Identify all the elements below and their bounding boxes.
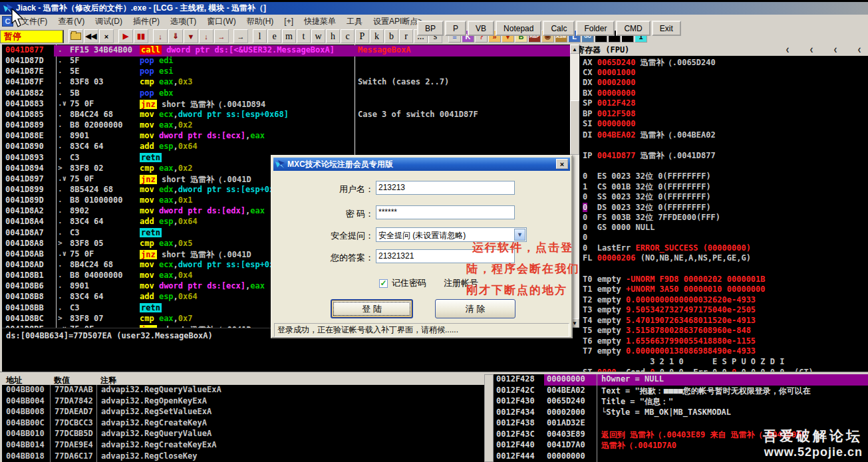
menu-item[interactable]: 工具 — [341, 15, 368, 29]
register-line[interactable]: T3 empty 9.5053427327497175040e-2505 — [583, 305, 756, 316]
login-button[interactable]: 登 陆 — [331, 299, 413, 318]
tool-icon[interactable]: ▮▮ — [134, 29, 148, 43]
pane-button-h[interactable]: h — [326, 29, 340, 43]
register-line[interactable]: DX 00002000 — [583, 78, 635, 88]
pane-button-b[interactable]: b — [384, 29, 398, 43]
tool-icon[interactable]: × — [99, 29, 114, 43]
pane-button-e[interactable]: e — [267, 29, 281, 43]
dump-scrollbar[interactable] — [484, 374, 494, 462]
stack-row[interactable]: 0012F42C004BEA02Text = "抱歉：■■■■您的帐号暂时无权限… — [494, 386, 868, 397]
dump-row[interactable]: 004BB00477DA7842advapi32.RegOpenKeyExA — [2, 396, 484, 407]
close-icon[interactable]: × — [556, 159, 568, 169]
register-line[interactable]: T0 empty -UNORM F9D8 00000202 0000001B — [583, 275, 766, 285]
register-line[interactable]: 0 ES 0023 32位 0(FFFFFFFF) — [583, 171, 711, 181]
disasm-row[interactable]: 0041D883.∨75 0Fjnz short 迅雷补（.0041D894 — [2, 99, 570, 110]
menu-item[interactable]: 插件(P) — [128, 15, 165, 29]
register-line[interactable]: T5 empty 3.5158780028637608960e-848 — [583, 326, 751, 336]
quick-button-exit[interactable]: Exit — [652, 21, 681, 36]
dialog-title-bar[interactable]: MXC技术论坛注册会员专用版 × — [273, 158, 570, 171]
open-file-icon[interactable] — [69, 29, 83, 43]
pane-button-k[interactable]: k — [370, 29, 384, 43]
register-line[interactable]: FL 00000206 (NO,NB,NE,A,NS,PE,GE,G) — [583, 253, 751, 264]
memory-dump-pane[interactable]: 地址 数值 注释 004BB00077DA7AABadvapi32.RegQue… — [2, 374, 484, 462]
menu-item[interactable]: [+] — [279, 15, 299, 27]
register-line[interactable]: T1 empty +UNORM 3A50 00000010 00000000 — [583, 285, 766, 295]
menu-item[interactable]: 快捷菜单 — [299, 15, 341, 29]
register-line[interactable]: T6 empty 1.6556637990055418880e-1155 — [583, 336, 756, 347]
menu-item[interactable]: 查看(V) — [53, 15, 90, 29]
tool-icon[interactable]: → — [214, 29, 229, 43]
disasm-row[interactable]: 0041D885.8B4C24 68mov ecx,dword ptr ss:[… — [2, 110, 570, 121]
dump-row[interactable]: 004BB00877DAEAD7advapi32.RegSetValueExA — [2, 407, 484, 418]
pane-button-t[interactable]: t — [297, 29, 311, 43]
menu-item[interactable]: 窗口(W) — [202, 15, 241, 29]
scroll-thumb[interactable] — [570, 100, 579, 155]
dump-row[interactable]: 004BB01077DCBB5Dadvapi32.RegQueryValueA — [2, 429, 484, 440]
menu-item[interactable]: 调试(D) — [90, 15, 128, 29]
pane-button-w[interactable]: w — [311, 29, 325, 43]
pane-button-c[interactable]: c — [341, 29, 355, 43]
tool-icon[interactable]: ▶ — [118, 29, 133, 43]
tool-icon[interactable]: ▼ — [184, 29, 198, 43]
register-line[interactable]: 0 LastErr ERROR_SUCCESS (00000000) — [583, 243, 751, 254]
register-line[interactable]: T2 empty 0.0000000000000032620e-4933 — [583, 295, 756, 306]
quick-button-notepad[interactable]: Notepad — [496, 21, 541, 36]
register-line[interactable]: SP 0012F428 — [583, 98, 635, 109]
tool-icon[interactable]: ↓ — [153, 29, 168, 43]
pane-button-P[interactable]: P — [355, 29, 369, 43]
disasm-row[interactable]: 0041D87D.5Fpop edi — [2, 56, 570, 67]
stack-row[interactable]: 0012F42800000000hOwner = NULL — [494, 374, 868, 386]
quick-button-vb[interactable]: VB — [468, 21, 494, 36]
quick-button-bp[interactable]: BP — [417, 21, 444, 36]
quick-button-folder[interactable]: Folder — [576, 21, 615, 36]
register-line[interactable]: T4 empty 5.4701907263468011520e-4913 — [583, 316, 756, 326]
register-line[interactable]: 0 FS 003B 32位 7FFDE000(FFF) — [583, 212, 720, 223]
tool-icon[interactable]: ⇓ — [168, 29, 183, 43]
disasm-row[interactable]: 0041D889.B8 02000000mov eax,0x2 — [2, 120, 570, 132]
register-line[interactable]: CX 00001000 — [583, 68, 635, 78]
dump-row[interactable]: 004BB00077DA7AABadvapi32.RegQueryValueEx… — [2, 385, 484, 396]
clear-button[interactable]: 清 除 — [435, 299, 515, 318]
pane-button-l[interactable]: l — [253, 29, 267, 43]
register-line[interactable]: T7 empty 0.0000000138086988490e-4933 — [583, 346, 756, 357]
register-line[interactable]: SI 00000000 — [583, 119, 635, 130]
quick-button-p[interactable]: P — [445, 21, 466, 36]
disasm-row[interactable]: 0041D87E.5Epop esi — [2, 66, 570, 78]
register-line[interactable]: 1 CS 001B 32位 0(FFFFFFFF) — [583, 181, 711, 192]
register-line[interactable]: 0 DS 0023 32位 0(FFFFFFFF) — [583, 202, 711, 213]
menu-item[interactable]: 帮助(H) — [241, 15, 279, 29]
register-line[interactable]: 0 SS 0023 32位 0(FFFFFFFF) — [583, 191, 711, 202]
disasm-row[interactable]: 0041D882.5Bpop ebx — [2, 88, 570, 100]
register-line[interactable]: AX 0065D240 迅雷补（.0065D240 — [583, 57, 716, 68]
quick-button-cmd[interactable]: CMD — [616, 21, 650, 36]
quick-button-calc[interactable]: Calc — [543, 21, 575, 36]
register-line[interactable]: IP 0041D877 迅雷补（.0041D877 — [583, 150, 716, 161]
register-line[interactable]: 0 — [583, 233, 587, 243]
dump-row[interactable]: 004BB01477DAE9E4advapi32.RegCreateKeyExA — [2, 440, 484, 451]
disasm-row[interactable]: 0041D88E.8901mov dword ptr ds:[ecx],eax — [2, 131, 570, 142]
stack-row[interactable]: 0012F4300065D240Title = "信息：" — [494, 396, 868, 407]
chevron-down-icon[interactable]: ▼ — [514, 229, 525, 241]
password-input[interactable]: ****** — [376, 205, 515, 219]
scroll-up-arrow[interactable]: ▲ — [570, 45, 579, 54]
disasm-row[interactable]: 0041D877.FF15 34B64B00call dword ptr ds:… — [2, 45, 570, 57]
remember-password-checkbox[interactable]: ✓ — [379, 279, 388, 288]
dump-row[interactable]: 004BB01877DA6C17advapi32.RegCloseKey — [2, 451, 484, 462]
tool-icon[interactable]: ↓ — [199, 29, 214, 43]
disasm-row[interactable]: 0041D87F.83F8 03cmp eax,0x3Switch (cases… — [2, 77, 570, 88]
registers-pane[interactable]: 寄存器 (FPU) ❮❮❮❮ AX 0065D240 迅雷补（.0065D240… — [580, 45, 868, 372]
pane-button-m[interactable]: m — [282, 29, 296, 43]
registers-scroll-arrows[interactable]: ❮❮❮❮ — [786, 46, 861, 53]
disasm-row[interactable]: 0041D890.83C4 64add esp,0x64 — [2, 142, 570, 153]
username-input[interactable]: 213213 — [376, 181, 515, 195]
register-line[interactable]: DI 004BEA02 迅雷补（.004BEA02 — [583, 130, 716, 140]
tool-icon[interactable]: ◀◀ — [84, 29, 98, 43]
tool-icon[interactable]: → — [233, 29, 248, 43]
register-line[interactable]: BX 00000000 — [583, 88, 635, 99]
menu-item[interactable]: 选项(T) — [165, 15, 202, 29]
pane-button-r[interactable]: r — [399, 29, 413, 43]
dump-row[interactable]: 004BB00C77DCBCC3advapi32.RegCreateKeyA — [2, 418, 484, 429]
register-line[interactable]: 0 GS 0000 NULL — [583, 223, 654, 233]
register-line[interactable]: BP 0012F508 — [583, 109, 635, 120]
register-line[interactable]: 3 2 1 0 E S P U O Z D I — [583, 357, 784, 368]
